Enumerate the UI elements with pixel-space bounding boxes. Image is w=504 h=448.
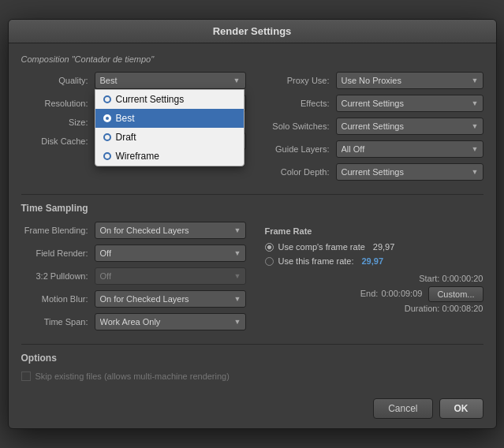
time-sampling-section: Time Sampling Frame Blending: On for Che… (21, 203, 483, 336)
use-this-frame-rate-label: Use this frame rate: (278, 256, 354, 266)
end-value: 0:00:09:09 (381, 287, 422, 301)
composition-label: Composition "Contador de tiempo" (21, 54, 483, 64)
use-this-frame-rate-value: 29,97 (361, 256, 383, 266)
use-comp-frame-rate-value: 29,97 (373, 242, 395, 252)
solo-switches-label: Solo Switches: (259, 121, 330, 131)
quality-option-best[interactable]: Best (95, 109, 244, 128)
solo-switches-row: Solo Switches: Current Settings All Off … (259, 118, 483, 135)
color-depth-row: Color Depth: Current Settings 8 bits per… (259, 163, 483, 181)
solo-switches-select[interactable]: Current Settings All Off (336, 118, 483, 135)
field-render-select[interactable]: Off Upper Field First Lower Field First (95, 245, 246, 262)
end-label: End: (360, 287, 379, 301)
button-row: Cancel OK (9, 390, 496, 428)
time-span-label: Time Span: (21, 317, 88, 327)
disk-cache-label: Disk Cache: (21, 136, 88, 146)
ok-button[interactable]: OK (439, 398, 483, 419)
pulldown-select: Off (95, 267, 246, 285)
options-section: Options Skip existing files (allows mult… (21, 353, 483, 381)
guide-layers-label: Guide Layers: (259, 144, 330, 154)
time-span-select[interactable]: Work Area Only Length of Comp Custom... (95, 313, 246, 330)
use-comp-frame-rate-row: Use comp's frame rate 29,97 (265, 242, 483, 252)
quality-label: Quality: (21, 76, 88, 85)
effects-label: Effects: (259, 99, 330, 108)
skip-files-row: Skip existing files (allows multi-machin… (21, 371, 483, 381)
frame-blending-row: Frame Blending: On for Checked Layers Of… (21, 222, 246, 239)
end-row: End: 0:00:09:09 Custom... (265, 286, 483, 302)
start-label: Start: (419, 274, 439, 283)
use-this-frame-rate-radio[interactable] (265, 257, 274, 266)
field-render-label: Field Render: (21, 248, 88, 258)
quality-option-current-settings[interactable]: Current Settings (95, 90, 244, 109)
quality-dropdown: Current Settings Best Draft (95, 89, 245, 166)
render-settings-dialog: Render Settings Composition "Contador de… (8, 19, 497, 429)
color-depth-label: Color Depth: (259, 167, 330, 177)
use-comp-frame-rate-label: Use comp's frame rate (278, 242, 365, 252)
color-depth-select[interactable]: Current Settings 8 bits per channel 16 b… (336, 163, 483, 181)
proxy-use-row: Proxy Use: Use No Proxies Use All Proxie… (259, 72, 483, 89)
time-span-row: Time Span: Work Area Only Length of Comp… (21, 313, 246, 330)
skip-files-label: Skip existing files (allows multi-machin… (35, 371, 230, 381)
quality-select[interactable]: Best ▼ (95, 72, 246, 89)
divider-2 (21, 344, 483, 345)
resolution-label: Resolution: (21, 99, 88, 108)
proxy-use-select[interactable]: Use No Proxies Use All Proxies Current S… (336, 72, 483, 89)
use-this-frame-rate-row: Use this frame rate: 29,97 (265, 256, 483, 266)
quality-option-draft[interactable]: Draft (95, 128, 244, 147)
quality-row: Quality: Best ▼ Current Settings (21, 72, 246, 89)
quality-option-wireframe[interactable]: Wireframe (95, 147, 244, 166)
motion-blur-row: Motion Blur: On for Checked Layers Off f… (21, 290, 246, 308)
duration-value: 0:00:08:20 (442, 304, 483, 313)
start-value: 0:00:00:20 (442, 274, 483, 283)
options-title: Options (21, 353, 483, 364)
guide-layers-row: Guide Layers: All Off All On Current Set… (259, 140, 483, 158)
effects-row: Effects: Current Settings All On All Off… (259, 95, 483, 112)
frame-blending-label: Frame Blending: (21, 226, 88, 235)
frame-blending-select[interactable]: On for Checked Layers Off for All Curren… (95, 222, 246, 239)
title-bar: Render Settings (9, 20, 496, 43)
motion-blur-select[interactable]: On for Checked Layers Off for All Curren… (95, 290, 246, 308)
time-sampling-title: Time Sampling (21, 203, 483, 214)
use-comp-frame-rate-radio[interactable] (265, 243, 274, 252)
custom-button[interactable]: Custom... (428, 286, 483, 302)
start-row: Start: 0:00:00:20 (265, 272, 483, 286)
time-info: Start: 0:00:00:20 End: 0:00:09:09 Custom… (265, 272, 483, 315)
skip-files-checkbox[interactable] (21, 371, 31, 381)
effects-select[interactable]: Current Settings All On All Off (336, 95, 483, 112)
proxy-use-label: Proxy Use: (259, 76, 330, 85)
motion-blur-label: Motion Blur: (21, 294, 88, 304)
frame-rate-title: Frame Rate (265, 226, 483, 236)
duration-label: Duration: (405, 304, 440, 313)
dialog-title: Render Settings (213, 25, 292, 37)
pulldown-row: 3:2 Pulldown: Off ▼ (21, 267, 246, 285)
size-label: Size: (21, 118, 88, 127)
guide-layers-select[interactable]: All Off All On Current Settings (336, 140, 483, 158)
quality-chevron-icon: ▼ (233, 77, 241, 84)
duration-row: Duration: 0:00:08:20 (265, 302, 483, 316)
divider-1 (21, 194, 483, 195)
cancel-button[interactable]: Cancel (373, 398, 432, 419)
field-render-row: Field Render: Off Upper Field First Lowe… (21, 245, 246, 262)
pulldown-label: 3:2 Pulldown: (21, 271, 88, 281)
frame-rate-box: Frame Rate Use comp's frame rate 29,97 U… (259, 222, 483, 315)
